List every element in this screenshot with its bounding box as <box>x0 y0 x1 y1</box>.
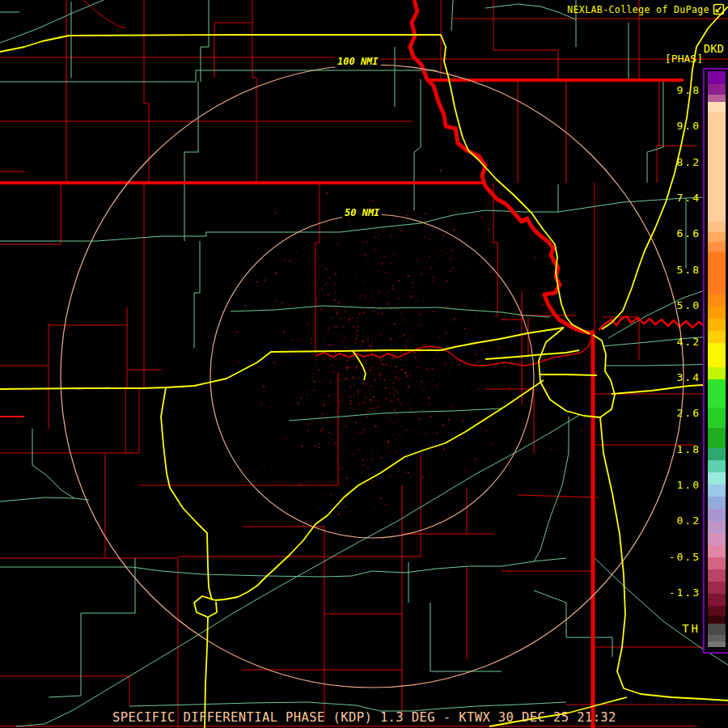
radar-echo-pixel <box>405 358 406 358</box>
radar-echo-pixel <box>390 338 392 340</box>
radar-echo-pixel <box>392 466 393 467</box>
radar-echo-pixel <box>367 338 369 340</box>
radar-echo-pixel <box>269 407 271 408</box>
radar-echo-pixel <box>358 432 358 433</box>
radar-echo-pixel <box>379 403 379 404</box>
radar-echo-pixel <box>420 424 421 425</box>
radar-echo-pixel <box>390 325 391 326</box>
radar-echo-pixel <box>318 359 319 360</box>
radar-echo-pixel <box>552 445 552 446</box>
radar-echo-pixel <box>376 421 377 422</box>
radar-echo-pixel <box>494 315 496 317</box>
radar-echo-pixel <box>489 272 491 273</box>
radar-echo-pixel <box>366 417 368 418</box>
radar-echo-pixel <box>382 345 383 346</box>
radar-echo-pixel <box>467 159 468 159</box>
color-scale-tick: 1.0 <box>677 479 700 491</box>
radar-echo-pixel <box>392 253 394 255</box>
radar-echo-pixel <box>325 336 326 336</box>
radar-echo-pixel <box>346 449 347 450</box>
radar-echo-pixel <box>390 399 391 400</box>
radar-echo-pixel <box>464 469 466 471</box>
radar-echo-pixel <box>375 304 376 305</box>
radar-echo-pixel <box>428 352 429 353</box>
radar-echo-pixel <box>498 346 500 348</box>
radar-echo-pixel <box>349 255 350 256</box>
radar-echo-pixel <box>467 304 468 305</box>
radar-echo-pixel <box>357 343 358 344</box>
radar-echo-pixel <box>379 186 379 187</box>
radar-echo-pixel <box>331 424 332 425</box>
radar-echo-pixel <box>322 373 323 374</box>
radar-echo-pixel <box>368 485 369 486</box>
radar-echo-pixel <box>362 248 363 249</box>
radar-echo-pixel <box>249 409 250 410</box>
radar-echo-pixel <box>550 451 551 452</box>
radar-echo-pixel <box>335 394 336 395</box>
radar-echo-pixel <box>376 363 377 364</box>
radar-echo-pixel <box>349 403 351 404</box>
radar-echo-pixel <box>429 404 430 405</box>
radar-echo-pixel <box>581 430 582 432</box>
radar-echo-pixel <box>421 273 422 275</box>
radar-echo-pixel <box>409 342 410 343</box>
radar-echo-pixel <box>475 353 476 355</box>
radar-echo-pixel <box>382 313 383 315</box>
radar-echo-pixel <box>407 214 408 216</box>
radar-echo-pixel <box>354 233 355 234</box>
radar-echo-pixel <box>319 332 320 333</box>
radar-echo-pixel <box>367 385 368 386</box>
radar-echo-pixel <box>314 461 315 462</box>
radar-echo-pixel <box>355 421 357 423</box>
radar-echo-pixel <box>374 435 375 436</box>
radar-echo-pixel <box>480 303 481 304</box>
radar-echo-pixel <box>303 375 303 376</box>
radar-echo-pixel <box>336 286 337 287</box>
radar-echo-pixel <box>424 345 425 346</box>
radar-echo-pixel <box>345 347 346 349</box>
radar-echo-pixel <box>559 437 560 438</box>
radar-echo-pixel <box>345 421 346 422</box>
radar-echo-pixel <box>323 348 324 349</box>
radar-echo-pixel <box>311 284 312 285</box>
radar-echo-pixel <box>430 416 432 417</box>
radar-echo-pixel <box>409 334 410 335</box>
radar-echo-pixel <box>372 396 373 397</box>
radar-echo-pixel <box>343 341 345 343</box>
radar-echo-pixel <box>380 359 382 361</box>
radar-echo-pixel <box>340 381 341 382</box>
radar-echo-pixel <box>445 355 446 356</box>
radar-echo-pixel <box>352 366 353 367</box>
radar-echo-pixel <box>433 359 434 361</box>
radar-echo-pixel <box>391 344 392 345</box>
radar-echo-pixel <box>535 257 536 259</box>
color-scale-segment <box>708 95 726 102</box>
radar-echo-pixel <box>311 248 311 249</box>
radar-echo-pixel <box>354 396 355 397</box>
radar-echo-pixel <box>346 366 348 368</box>
radar-echo-pixel <box>346 332 347 333</box>
radar-echo-pixel <box>333 333 334 334</box>
radar-echo-pixel <box>441 290 442 290</box>
radar-echo-pixel <box>385 482 386 483</box>
radar-echo-pixel <box>330 344 332 345</box>
radar-echo-pixel <box>420 370 421 371</box>
radar-echo-pixel <box>478 237 479 238</box>
radar-echo-pixel <box>242 396 243 396</box>
color-scale-segment <box>708 594 726 606</box>
radar-echo-pixel <box>410 408 412 409</box>
radar-echo-pixel <box>284 259 286 260</box>
radar-echo-pixel <box>332 365 333 366</box>
radar-echo-pixel <box>421 286 421 286</box>
radar-echo-pixel <box>489 455 490 456</box>
radar-echo-pixel <box>239 332 240 332</box>
radar-echo-pixel <box>359 408 360 409</box>
radar-echo-pixel <box>451 406 453 408</box>
radar-echo-pixel <box>379 234 380 235</box>
radar-echo-pixel <box>365 261 366 262</box>
radar-echo-pixel <box>371 356 372 357</box>
radar-echo-pixel <box>403 281 404 282</box>
radar-echo-pixel <box>406 210 407 211</box>
radar-echo-pixel <box>311 342 312 344</box>
radar-echo-pixel <box>337 243 339 245</box>
